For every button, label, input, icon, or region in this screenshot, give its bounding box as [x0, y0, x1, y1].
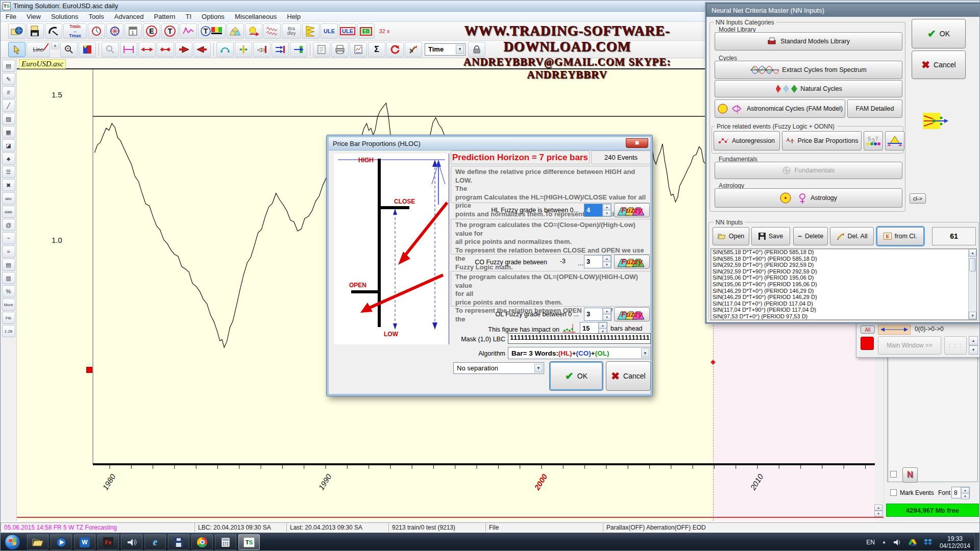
wave-tool-button[interactable]: ≈ — [2, 245, 15, 258]
eb-button[interactable]: EB — [357, 23, 375, 39]
tray-volume-icon[interactable] — [893, 539, 901, 546]
price-bar-proportions-button[interactable]: Price Bar Proportions — [782, 131, 862, 151]
mirror-point-button[interactable] — [235, 42, 252, 57]
natural-cycles-button[interactable]: Natural Cycles — [715, 80, 902, 97]
nn-from-cl-button[interactable]: E from Cl. — [877, 227, 924, 245]
algorithm-dropdown[interactable]: Bar= 3 Words: (HL) + (CO) + (OL) ▼ — [508, 347, 651, 359]
taskbar-calculator[interactable] — [215, 534, 236, 550]
scroll-down-icon[interactable]: ▼ — [969, 312, 976, 319]
abc-label-button[interactable]: abc — [2, 192, 15, 205]
hatch-tool-button[interactable]: ▨ — [2, 113, 15, 125]
menu-miscellaneous[interactable]: Miscellaneous — [230, 12, 282, 21]
color-swatch[interactable] — [861, 337, 874, 350]
show-desktop-button[interactable] — [974, 533, 980, 551]
nn-cancel-button[interactable]: ✖Cancel — [912, 51, 966, 79]
menu-advanced[interactable]: Advanced — [109, 12, 149, 21]
cancel-button[interactable]: ✖Cancel — [606, 361, 651, 391]
bradley-button[interactable]: Bradley — [282, 23, 301, 39]
downloader-button[interactable] — [45, 23, 62, 39]
snap-button[interactable]: # — [2, 86, 15, 98]
all-button[interactable]: All — [861, 325, 875, 334]
scroll-up-icon[interactable]: ▲ — [969, 249, 976, 257]
width-marker-button[interactable] — [120, 42, 137, 57]
ol-fuzzy-button[interactable]: Fuzzy — [614, 307, 650, 321]
pointer-button[interactable] — [8, 42, 26, 57]
co-grade-spinner[interactable]: 3▲▼ — [584, 255, 611, 268]
mask-input[interactable]: 111111111111111111111111111111111111111 — [508, 333, 651, 344]
settings-brush-button[interactable] — [405, 42, 422, 57]
fib-exp-button[interactable]: Fib — [2, 312, 15, 324]
co-fuzzy-button[interactable]: Fuzzy — [614, 255, 650, 269]
tray-hidden-icons[interactable]: ▲ — [882, 540, 886, 544]
step-left-button[interactable] — [193, 42, 211, 57]
mountains-button[interactable] — [227, 23, 244, 39]
menu-tools[interactable]: Tools — [83, 12, 109, 21]
nn-inputs-list[interactable]: ▲ ▼ SIN(585,18 D*T+0°) (PERIOD 585,18 D)… — [710, 248, 977, 320]
line-tool-button[interactable]: ╱ — [2, 99, 15, 112]
globe-button[interactable]: @ — [2, 219, 15, 231]
list-item[interactable]: SIN(146,29 D*T+0°) (PERIOD 146,29 D) — [711, 288, 976, 294]
shrink-button[interactable] — [157, 42, 174, 57]
sun-arrow-button[interactable] — [245, 23, 262, 39]
numbers-events-button[interactable]: 537 — [864, 131, 883, 151]
taskbar-internet-explorer[interactable]: e — [144, 534, 166, 550]
taskbar-timing-solution-active[interactable]: TS — [238, 534, 260, 550]
leaf-tool-button[interactable]: ♣ — [2, 153, 15, 165]
astronomical-cycles-button[interactable]: Astronomical Cycles (FAM Model) — [715, 99, 845, 118]
channel-tool-button[interactable]: ◪ — [2, 139, 15, 152]
ule-button[interactable]: ULE — [321, 23, 338, 39]
wave-orange-button[interactable]: ~ — [2, 232, 15, 244]
taskbar-volume-mixer[interactable] — [121, 534, 142, 550]
mark-events-checkbox[interactable] — [890, 489, 897, 496]
taskbar-explorer[interactable] — [27, 534, 48, 550]
time-tools-button[interactable]: T — [198, 23, 226, 39]
pass-through-button[interactable] — [290, 42, 307, 57]
save-model-button[interactable] — [27, 23, 44, 39]
clock-button[interactable] — [88, 23, 105, 39]
dialog-title-bar[interactable]: Price Bar Proportions (HLOC) — [329, 137, 650, 151]
panel-button[interactable]: ▤ — [2, 60, 15, 72]
print-button[interactable] — [331, 42, 349, 57]
time-range-button[interactable]: Tmin↔Tmax — [63, 23, 87, 39]
fuzzy-shape-button[interactable] — [885, 131, 904, 151]
nn-open-button[interactable]: Open — [713, 227, 749, 245]
lock-button[interactable] — [468, 42, 485, 57]
refresh-button[interactable] — [386, 42, 404, 57]
style-button[interactable] — [79, 42, 96, 57]
ok-button[interactable]: ✔OK — [549, 361, 603, 391]
sup-x-button[interactable]: x — [51, 41, 59, 49]
book-button[interactable]: ▥ — [2, 272, 15, 284]
zoom-in-button[interactable] — [60, 42, 78, 57]
time-dropdown[interactable]: Time▼ — [423, 42, 467, 57]
list-item[interactable]: SIN(146,29 D*T+90°) (PERIOD 146,29 D) — [711, 294, 976, 300]
font-spinner[interactable]: 8▲▼ — [951, 487, 970, 498]
cl-transfer-button[interactable]: cl-> — [910, 193, 926, 204]
list-item[interactable]: SIN(117,04 D*T+0°) (PERIOD 117,04 D) — [711, 300, 976, 307]
tray-language[interactable]: EN — [866, 539, 875, 546]
date-label-button[interactable]: date — [2, 206, 15, 218]
ol-grade-spinner[interactable]: 3▲▼ — [584, 308, 611, 321]
harmonics-button[interactable] — [263, 23, 281, 39]
grid-tool-button[interactable]: ▦ — [2, 126, 15, 138]
range-arrow[interactable] — [878, 324, 911, 335]
astrology-button[interactable]: Astrology — [715, 188, 902, 208]
open-world-button[interactable] — [8, 23, 26, 39]
nn-delete-button[interactable]: −Delete — [793, 227, 828, 245]
tray-gdrive-icon[interactable] — [909, 539, 917, 546]
list-scrollbar[interactable]: ▲ ▼ — [968, 249, 976, 319]
taskbar-webmoney[interactable]: W — [74, 534, 95, 550]
nn-save-button[interactable]: Save — [751, 227, 790, 245]
mini-spinner[interactable]: ▲▼ — [874, 505, 883, 517]
chart-report-button[interactable] — [350, 42, 367, 57]
ephemeris-e-button[interactable]: E — [143, 23, 160, 39]
list-item[interactable]: SIN(292,59 D*T+0°) (PERIOD 292,59 D) — [711, 262, 976, 268]
ratio-button[interactable]: 1.28 — [2, 325, 15, 337]
calendar-button[interactable]: 1 — [125, 23, 142, 39]
list-item[interactable]: SIN(292,59 D*T+90°) (PERIOD 292,59 D) — [711, 268, 976, 275]
strip-spinner[interactable]: ▲ ▼ — [969, 336, 978, 355]
line-button[interactable]: Line — [27, 42, 50, 57]
menu-solutions[interactable]: Solutions — [46, 12, 83, 21]
taskbar-chrome[interactable] — [191, 534, 213, 550]
list-item[interactable]: SIN(195,06 D*T+0°) (PERIOD 195,06 D) — [711, 274, 976, 281]
menu-options[interactable]: Options — [197, 12, 230, 21]
